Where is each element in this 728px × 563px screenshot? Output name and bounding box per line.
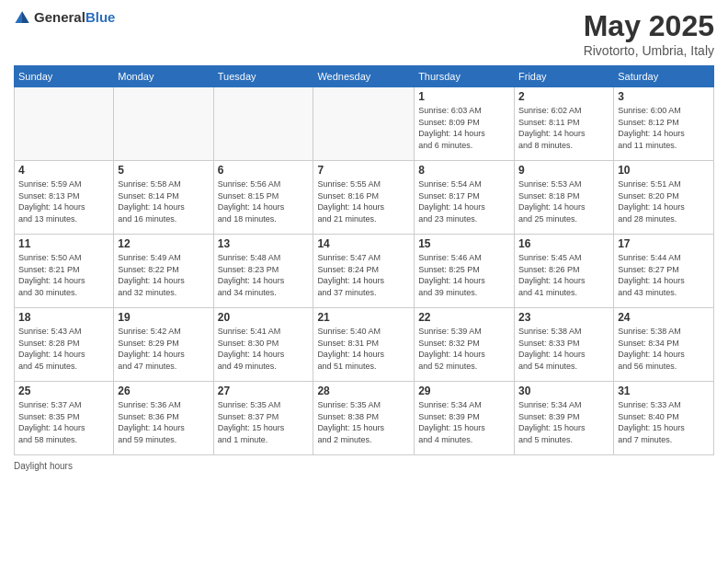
day-number: 7 <box>317 164 410 177</box>
day-info: Sunrise: 5:44 AM Sunset: 8:27 PM Dayligh… <box>618 252 710 298</box>
day-info: Sunrise: 5:48 AM Sunset: 8:23 PM Dayligh… <box>218 252 310 298</box>
day-number: 3 <box>618 90 710 103</box>
calendar-cell: 3Sunrise: 6:00 AM Sunset: 8:12 PM Daylig… <box>614 87 714 161</box>
title-month: May 2025 <box>584 9 714 43</box>
week-row-1: 1Sunrise: 6:03 AM Sunset: 8:09 PM Daylig… <box>15 87 714 161</box>
calendar-cell: 28Sunrise: 5:35 AM Sunset: 8:38 PM Dayli… <box>313 382 415 455</box>
calendar-cell: 25Sunrise: 5:37 AM Sunset: 8:35 PM Dayli… <box>15 382 114 455</box>
day-info: Sunrise: 5:33 AM Sunset: 8:40 PM Dayligh… <box>618 399 710 445</box>
daylight-label: Daylight hours <box>14 461 73 471</box>
header-sunday: Sunday <box>15 66 114 87</box>
day-info: Sunrise: 5:58 AM Sunset: 8:14 PM Dayligh… <box>118 178 209 224</box>
svg-marker-1 <box>22 11 29 23</box>
logo-general: General <box>34 9 85 25</box>
day-number: 29 <box>418 385 510 397</box>
day-number: 11 <box>18 237 109 250</box>
calendar-cell: 4Sunrise: 5:59 AM Sunset: 8:13 PM Daylig… <box>15 161 114 235</box>
day-info: Sunrise: 5:38 AM Sunset: 8:33 PM Dayligh… <box>518 326 609 372</box>
day-info: Sunrise: 5:42 AM Sunset: 8:29 PM Dayligh… <box>118 326 209 372</box>
title-block: May 2025 Rivotorto, Umbria, Italy <box>584 9 714 58</box>
day-number: 2 <box>518 90 609 103</box>
calendar-cell <box>213 87 313 161</box>
day-number: 25 <box>18 385 109 397</box>
day-info: Sunrise: 5:59 AM Sunset: 8:13 PM Dayligh… <box>18 178 109 224</box>
calendar-cell: 10Sunrise: 5:51 AM Sunset: 8:20 PM Dayli… <box>614 161 714 235</box>
day-number: 18 <box>18 311 109 324</box>
day-info: Sunrise: 5:37 AM Sunset: 8:35 PM Dayligh… <box>18 399 109 445</box>
day-number: 10 <box>618 164 710 177</box>
day-info: Sunrise: 5:49 AM Sunset: 8:22 PM Dayligh… <box>118 252 209 298</box>
logo-icon <box>14 9 30 26</box>
day-info: Sunrise: 5:35 AM Sunset: 8:37 PM Dayligh… <box>218 399 310 445</box>
logo-blue: Blue <box>85 9 116 25</box>
day-number: 4 <box>18 164 109 177</box>
calendar-cell: 23Sunrise: 5:38 AM Sunset: 8:33 PM Dayli… <box>515 308 614 382</box>
header-tuesday: Tuesday <box>213 66 313 87</box>
day-number: 9 <box>518 164 609 177</box>
day-info: Sunrise: 5:53 AM Sunset: 8:18 PM Dayligh… <box>518 178 609 224</box>
calendar-cell: 20Sunrise: 5:41 AM Sunset: 8:30 PM Dayli… <box>213 308 313 382</box>
calendar-cell: 6Sunrise: 5:56 AM Sunset: 8:15 PM Daylig… <box>213 161 313 235</box>
day-number: 31 <box>618 385 710 397</box>
calendar-cell: 15Sunrise: 5:46 AM Sunset: 8:25 PM Dayli… <box>415 235 515 308</box>
day-info: Sunrise: 5:55 AM Sunset: 8:16 PM Dayligh… <box>317 178 410 224</box>
day-number: 1 <box>418 90 510 103</box>
day-info: Sunrise: 6:00 AM Sunset: 8:12 PM Dayligh… <box>618 105 710 151</box>
day-number: 23 <box>518 311 609 324</box>
calendar-cell: 31Sunrise: 5:33 AM Sunset: 8:40 PM Dayli… <box>614 382 714 455</box>
calendar-cell: 1Sunrise: 6:03 AM Sunset: 8:09 PM Daylig… <box>415 87 515 161</box>
week-row-4: 18Sunrise: 5:43 AM Sunset: 8:28 PM Dayli… <box>15 308 714 382</box>
day-info: Sunrise: 6:03 AM Sunset: 8:09 PM Dayligh… <box>418 105 510 151</box>
footer-note: Daylight hours <box>14 461 714 471</box>
day-number: 13 <box>218 237 310 250</box>
day-number: 21 <box>317 311 410 324</box>
day-number: 30 <box>518 385 609 397</box>
calendar-cell: 26Sunrise: 5:36 AM Sunset: 8:36 PM Dayli… <box>114 382 213 455</box>
calendar-cell: 18Sunrise: 5:43 AM Sunset: 8:28 PM Dayli… <box>15 308 114 382</box>
day-info: Sunrise: 5:34 AM Sunset: 8:39 PM Dayligh… <box>518 399 609 445</box>
logo: GeneralBlue <box>14 9 115 26</box>
weekday-header-row: Sunday Monday Tuesday Wednesday Thursday… <box>15 66 714 87</box>
day-info: Sunrise: 5:38 AM Sunset: 8:34 PM Dayligh… <box>618 326 710 372</box>
day-info: Sunrise: 5:41 AM Sunset: 8:30 PM Dayligh… <box>218 326 310 372</box>
calendar-cell: 12Sunrise: 5:49 AM Sunset: 8:22 PM Dayli… <box>114 235 213 308</box>
week-row-3: 11Sunrise: 5:50 AM Sunset: 8:21 PM Dayli… <box>15 235 714 308</box>
day-info: Sunrise: 5:34 AM Sunset: 8:39 PM Dayligh… <box>418 399 510 445</box>
day-info: Sunrise: 5:45 AM Sunset: 8:26 PM Dayligh… <box>518 252 609 298</box>
page: GeneralBlue May 2025 Rivotorto, Umbria, … <box>0 0 728 563</box>
calendar-cell <box>114 87 213 161</box>
day-number: 24 <box>618 311 710 324</box>
calendar-cell: 8Sunrise: 5:54 AM Sunset: 8:17 PM Daylig… <box>415 161 515 235</box>
calendar-table: Sunday Monday Tuesday Wednesday Thursday… <box>14 65 714 455</box>
day-number: 20 <box>218 311 310 324</box>
day-number: 22 <box>418 311 510 324</box>
day-number: 15 <box>418 237 510 250</box>
calendar-cell: 29Sunrise: 5:34 AM Sunset: 8:39 PM Dayli… <box>415 382 515 455</box>
day-number: 28 <box>317 385 410 397</box>
day-info: Sunrise: 5:40 AM Sunset: 8:31 PM Dayligh… <box>317 326 410 372</box>
calendar-cell: 22Sunrise: 5:39 AM Sunset: 8:32 PM Dayli… <box>415 308 515 382</box>
day-number: 8 <box>418 164 510 177</box>
day-number: 17 <box>618 237 710 250</box>
calendar-cell: 24Sunrise: 5:38 AM Sunset: 8:34 PM Dayli… <box>614 308 714 382</box>
calendar-cell: 7Sunrise: 5:55 AM Sunset: 8:16 PM Daylig… <box>313 161 415 235</box>
day-info: Sunrise: 5:35 AM Sunset: 8:38 PM Dayligh… <box>317 399 410 445</box>
calendar-cell: 9Sunrise: 5:53 AM Sunset: 8:18 PM Daylig… <box>515 161 614 235</box>
day-number: 27 <box>218 385 310 397</box>
calendar-cell: 27Sunrise: 5:35 AM Sunset: 8:37 PM Dayli… <box>213 382 313 455</box>
day-info: Sunrise: 5:50 AM Sunset: 8:21 PM Dayligh… <box>18 252 109 298</box>
day-info: Sunrise: 5:54 AM Sunset: 8:17 PM Dayligh… <box>418 178 510 224</box>
calendar-cell <box>313 87 415 161</box>
calendar-cell: 17Sunrise: 5:44 AM Sunset: 8:27 PM Dayli… <box>614 235 714 308</box>
day-info: Sunrise: 6:02 AM Sunset: 8:11 PM Dayligh… <box>518 105 609 151</box>
calendar-cell: 13Sunrise: 5:48 AM Sunset: 8:23 PM Dayli… <box>213 235 313 308</box>
calendar-body: 1Sunrise: 6:03 AM Sunset: 8:09 PM Daylig… <box>15 87 714 455</box>
day-info: Sunrise: 5:43 AM Sunset: 8:28 PM Dayligh… <box>18 326 109 372</box>
header-thursday: Thursday <box>415 66 515 87</box>
calendar-cell: 2Sunrise: 6:02 AM Sunset: 8:11 PM Daylig… <box>515 87 614 161</box>
day-info: Sunrise: 5:56 AM Sunset: 8:15 PM Dayligh… <box>218 178 310 224</box>
week-row-2: 4Sunrise: 5:59 AM Sunset: 8:13 PM Daylig… <box>15 161 714 235</box>
calendar-cell: 16Sunrise: 5:45 AM Sunset: 8:26 PM Dayli… <box>515 235 614 308</box>
title-location: Rivotorto, Umbria, Italy <box>584 43 714 58</box>
header-wednesday: Wednesday <box>313 66 415 87</box>
